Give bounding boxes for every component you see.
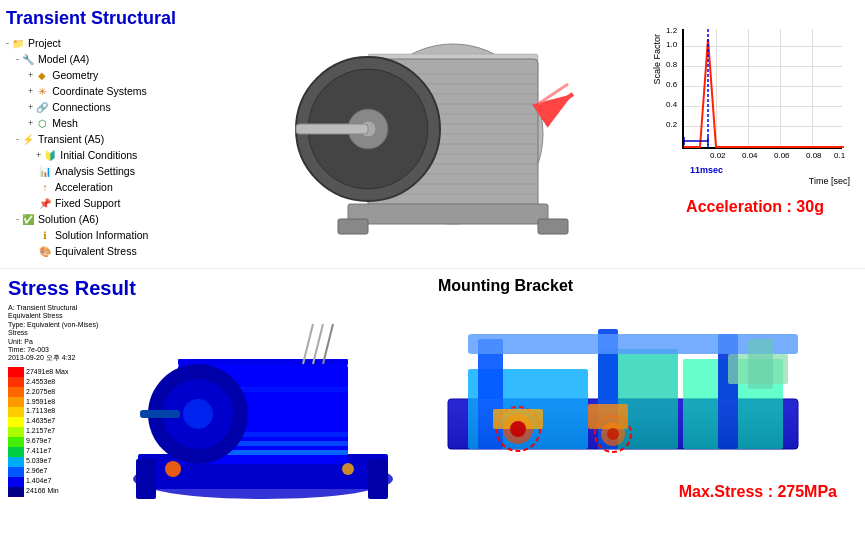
transient-icon: ⚡ — [21, 132, 35, 146]
geometry-label: Geometry — [52, 69, 98, 81]
svg-line-60 — [323, 324, 333, 364]
main-title: Transient Structural — [6, 8, 194, 29]
tree-acceleration[interactable]: ↑ Acceleration — [6, 179, 194, 195]
colorbar-title: A: Transient StructuralEquivalent Stress… — [8, 304, 118, 363]
x-tick-3: 0.06 — [774, 151, 790, 160]
motor-image-area — [200, 0, 645, 268]
tree-fixed[interactable]: 📌 Fixed Support — [6, 195, 194, 211]
svg-point-55 — [165, 461, 181, 477]
svg-point-56 — [342, 463, 354, 475]
top-section: Transient Structural - 📁 Project - 🔧 Mod… — [0, 0, 865, 268]
tree-sol-info[interactable]: ℹ Solution Information — [6, 227, 194, 243]
tree-solution[interactable]: - ✅ Solution (A6) — [6, 211, 194, 227]
mesh-icon: ⬡ — [35, 116, 49, 130]
motor-3d-svg — [253, 14, 593, 254]
x-tick-5: 0.1 — [834, 151, 845, 160]
fixed-label: Fixed Support — [55, 197, 120, 209]
y-axis-label: Scale Factor — [652, 34, 662, 85]
solution-label: Solution (A6) — [38, 213, 99, 225]
expand-geometry[interactable]: + — [28, 70, 33, 80]
graph-curve-svg — [684, 29, 844, 149]
transient-label: Transient (A5) — [38, 133, 104, 145]
initial-icon: 🔰 — [43, 148, 57, 162]
time-marker: 11msec — [690, 165, 723, 175]
svg-rect-25 — [338, 219, 368, 234]
tree-analysis[interactable]: 📊 Analysis Settings — [6, 163, 194, 179]
svg-rect-78 — [448, 399, 798, 449]
y-tick-2: 0.4 — [666, 100, 677, 109]
y-tick-4: 0.8 — [666, 60, 677, 69]
svg-rect-27 — [296, 124, 368, 134]
mounting-title: Mounting Bracket — [438, 277, 857, 295]
equiv-label: Equivalent Stress — [55, 245, 137, 257]
sol-info-label: Solution Information — [55, 229, 148, 241]
x-tick-1: 0.02 — [710, 151, 726, 160]
y-tick-3: 0.6 — [666, 80, 677, 89]
tree-connections[interactable]: + 🔗 Connections — [6, 99, 194, 115]
y-tick-1: 0.2 — [666, 120, 677, 129]
tree-geometry[interactable]: + ◆ Geometry — [6, 67, 194, 83]
y-tick-5: 1.0 — [666, 40, 677, 49]
x-tick-2: 0.04 — [742, 151, 758, 160]
analysis-icon: 📊 — [38, 164, 52, 178]
svg-rect-26 — [538, 219, 568, 234]
acceleration-icon: ↑ — [38, 180, 52, 194]
y-tick-6: 1.2 — [666, 26, 677, 35]
expand-model[interactable]: - — [16, 54, 19, 64]
bottom-section: Stress Result A: Transient StructuralEqu… — [0, 268, 865, 536]
sol-info-icon: ℹ — [38, 228, 52, 242]
acceleration-label: Acceleration — [55, 181, 113, 193]
svg-rect-53 — [136, 459, 156, 499]
model-label: Model (A4) — [38, 53, 89, 65]
connections-label: Connections — [52, 101, 110, 113]
model-icon: 🔧 — [21, 52, 35, 66]
mesh-label: Mesh — [52, 117, 78, 129]
x-axis-label: Time [sec] — [809, 176, 850, 186]
tree-transient[interactable]: - ⚡ Transient (A5) — [6, 131, 194, 147]
solution-icon: ✅ — [21, 212, 35, 226]
tree-equiv-stress[interactable]: 🎨 Equivalent Stress — [6, 243, 194, 259]
coord-label: Coordinate Systems — [52, 85, 147, 97]
colorbar-colors — [8, 367, 24, 497]
equiv-icon: 🎨 — [38, 244, 52, 258]
tree-coord[interactable]: + ✳ Coordinate Systems — [6, 83, 194, 99]
svg-rect-24 — [348, 204, 548, 224]
expand-project[interactable]: - — [6, 38, 9, 48]
svg-line-58 — [303, 324, 313, 364]
fixed-icon: 📌 — [38, 196, 52, 210]
project-tree: Transient Structural - 📁 Project - 🔧 Mod… — [0, 0, 200, 268]
stress-title: Stress Result — [8, 277, 422, 300]
mounting-fea-svg — [438, 299, 808, 489]
tree-mesh[interactable]: + ⬡ Mesh — [6, 115, 194, 131]
acceleration-label: Acceleration : 30g — [686, 198, 824, 216]
connections-icon: 🔗 — [35, 100, 49, 114]
colorbar-legend: A: Transient StructuralEquivalent Stress… — [8, 304, 118, 497]
stress-fea-svg — [118, 304, 408, 514]
svg-point-51 — [183, 399, 213, 429]
svg-rect-54 — [368, 459, 388, 499]
mounting-bracket-area: Mounting Bracket — [430, 269, 865, 536]
stress-result-area: Stress Result A: Transient StructuralEqu… — [0, 269, 430, 536]
analysis-label: Analysis Settings — [55, 165, 135, 177]
tree-model: - 🔧 Model (A4) — [6, 51, 194, 67]
graph-area: Scale Factor — [645, 0, 865, 268]
project-icon: 📁 — [11, 36, 25, 50]
coord-icon: ✳ — [35, 84, 49, 98]
initial-label: Initial Conditions — [60, 149, 137, 161]
geometry-icon: ◆ — [35, 68, 49, 82]
tree-project: - 📁 Project — [6, 35, 194, 51]
colorbar-values: 27491e8 Max 2.4553e8 2.2075e8 1.9591e8 1… — [24, 367, 68, 497]
tree-initial[interactable]: + 🔰 Initial Conditions — [6, 147, 194, 163]
svg-line-59 — [313, 324, 323, 364]
x-tick-4: 0.08 — [806, 151, 822, 160]
svg-rect-57 — [140, 410, 180, 418]
svg-rect-80 — [748, 339, 773, 389]
project-label: Project — [28, 37, 61, 49]
